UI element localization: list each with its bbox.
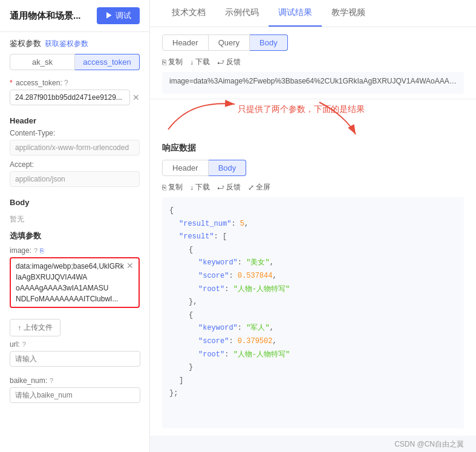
baike-num-label: baike_num:: [10, 376, 47, 385]
image-help-icon: ?: [34, 247, 37, 254]
json-line-14: ]: [169, 375, 457, 388]
json-line-10: "keyword": "军人",: [169, 322, 457, 335]
image-clear-icon[interactable]: ✕: [126, 261, 134, 270]
content-area: Header Query Body ⎘ 复制 ↓ 下载 ⮐ 反馈: [150, 27, 476, 452]
request-tab-header[interactable]: Header: [162, 34, 209, 51]
access-token-input-row: 24.287f901bb95dd2471ee9129... ✕: [10, 90, 140, 105]
feedback-response-button[interactable]: ⮐ 反馈: [217, 182, 241, 192]
feedback-request-button[interactable]: ⮐ 反馈: [217, 57, 241, 67]
request-tab-query[interactable]: Query: [209, 34, 250, 51]
url-help-icon: ?: [22, 341, 26, 348]
baike-num-input[interactable]: [10, 387, 140, 403]
image-label: image:: [10, 246, 31, 255]
access-token-label-text: access_token:: [16, 79, 62, 87]
response-body: { "result_num": 5, "result": [ { "keywor…: [162, 197, 464, 428]
sidebar: 通用物体和场景... ▶ 调试 鉴权参数 获取鉴权参数 ak_sk access…: [0, 0, 150, 452]
json-line-12: "root": "人物-人物特写": [169, 349, 457, 362]
fullscreen-icon: ⤢: [248, 183, 254, 192]
request-tabs: Header Query Body: [162, 34, 464, 51]
tab-tech-docs[interactable]: 技术文档: [162, 0, 215, 27]
accept-label: Accept:: [0, 160, 149, 171]
request-action-bar: ⎘ 复制 ↓ 下载 ⮐ 反馈: [162, 57, 464, 67]
body-section-title: Body: [0, 192, 149, 211]
download-request-button[interactable]: ↓ 下载: [190, 57, 210, 67]
optional-title: 选填参数: [10, 231, 140, 241]
json-line-8: },: [169, 296, 457, 309]
url-input[interactable]: [10, 351, 140, 367]
baike-help-icon: ?: [50, 377, 53, 384]
annotation-container: 只提供了两个参数，下面的是结果: [150, 99, 476, 136]
response-tab-header[interactable]: Header: [162, 160, 209, 176]
accept-value: application/json: [10, 171, 140, 187]
image-label-row: image: ? ⎘: [10, 246, 140, 255]
download-response-icon: ↓: [190, 183, 194, 192]
json-line-9: {: [169, 309, 457, 323]
sidebar-header: 通用物体和场景... ▶ 调试: [0, 0, 149, 32]
response-title: 响应数据: [162, 143, 464, 154]
copy-request-button[interactable]: ⎘ 复制: [162, 57, 183, 67]
copy-request-label: 复制: [168, 57, 183, 67]
tab-tutorial-video[interactable]: 教学视频: [322, 0, 375, 27]
tab-ak-sk[interactable]: ak_sk: [10, 54, 75, 70]
access-token-label: * access_token: ?: [10, 79, 140, 87]
auth-label-text: 鉴权参数: [10, 38, 41, 49]
test-button[interactable]: ▶ 调试: [97, 7, 140, 24]
fullscreen-button[interactable]: ⤢ 全屏: [248, 182, 270, 192]
main-content: 技术文档 示例代码 调试结果 教学视频 Header Query Body ⎘ …: [150, 0, 476, 452]
upload-file-button[interactable]: ↑ 上传文件: [10, 319, 60, 336]
image-copy-icon[interactable]: ⎘: [40, 247, 44, 254]
app-container: 通用物体和场景... ▶ 调试 鉴权参数 获取鉴权参数 ak_sk access…: [0, 0, 476, 452]
request-panel: Header Query Body ⎘ 复制 ↓ 下载 ⮐ 反馈: [150, 27, 476, 99]
tab-debug-result[interactable]: 调试结果: [269, 0, 322, 27]
feedback-response-icon: ⮐: [217, 183, 224, 192]
response-tab-body[interactable]: Body: [209, 160, 247, 176]
json-line-13: }: [169, 361, 457, 375]
request-tab-body[interactable]: Body: [250, 34, 288, 51]
image-input-box[interactable]: data:image/webp;base64,UklGRkIaAgBXRUJQV…: [10, 257, 140, 308]
json-line-2: "result_num": 5,: [169, 218, 457, 231]
upload-label: 上传文件: [24, 323, 53, 333]
annotation-text: 只提供了两个参数，下面的是结果: [238, 104, 365, 115]
auth-section: 鉴权参数 获取鉴权参数 ak_sk access_token: [0, 32, 149, 74]
access-token-section: * access_token: ? 24.287f901bb95dd2471ee…: [0, 74, 149, 110]
baike-label-row: baike_num: ?: [0, 376, 149, 387]
json-line-3: "result": [: [169, 231, 457, 244]
url-label: url:: [10, 340, 20, 349]
copy-response-icon: ⎘: [162, 183, 166, 192]
auth-tabs: ak_sk access_token: [10, 54, 140, 70]
access-token-clear-icon[interactable]: ✕: [132, 93, 140, 102]
body-value: 暂无: [10, 214, 140, 224]
body-section: 暂无: [0, 211, 149, 227]
content-type-label: Content-Type:: [0, 129, 149, 140]
copy-response-label: 复制: [168, 182, 183, 192]
get-auth-link[interactable]: 获取鉴权参数: [45, 39, 88, 49]
response-tabs: Header Body: [162, 160, 464, 176]
json-line-4: {: [169, 244, 457, 257]
json-line-1: {: [169, 205, 457, 218]
tab-access-token[interactable]: access_token: [75, 54, 140, 70]
url-label-row: url: ?: [0, 340, 149, 351]
watermark: CSDN @CN自由之翼: [150, 436, 476, 452]
download-request-icon: ↓: [190, 58, 194, 67]
content-type-value: application/x-www-form-urlencoded: [10, 140, 140, 156]
feedback-request-icon: ⮐: [217, 58, 224, 67]
download-response-button[interactable]: ↓ 下载: [190, 182, 210, 192]
image-param-row: image: ? ⎘ data:image/webp;base64,UklGRk…: [10, 246, 140, 308]
response-panel: 响应数据 Header Body ⎘ 复制 ↓ 下载 ⮐: [150, 136, 476, 436]
json-line-15: };: [169, 387, 457, 401]
auth-label: 鉴权参数 获取鉴权参数: [10, 38, 140, 49]
response-action-bar: ⎘ 复制 ↓ 下载 ⮐ 反馈 ⤢ 全屏: [162, 182, 464, 192]
header-section-title: Header: [0, 110, 149, 129]
help-icon: ?: [64, 79, 68, 87]
feedback-request-label: 反馈: [226, 57, 241, 67]
json-line-7: "root": "人物-人物特写": [169, 283, 457, 296]
access-token-input[interactable]: 24.287f901bb95dd2471ee9129...: [10, 90, 130, 105]
json-line-11: "score": 0.379502,: [169, 335, 457, 349]
upload-icon: ↑: [18, 324, 21, 332]
top-nav: 技术文档 示例代码 调试结果 教学视频: [150, 0, 476, 27]
required-mark: *: [10, 79, 13, 87]
feedback-response-label: 反馈: [226, 182, 241, 192]
copy-response-button[interactable]: ⎘ 复制: [162, 182, 183, 192]
tab-sample-code[interactable]: 示例代码: [215, 0, 269, 27]
optional-section: 选填参数 image: ? ⎘ data:image/webp;base64,U…: [0, 227, 149, 315]
